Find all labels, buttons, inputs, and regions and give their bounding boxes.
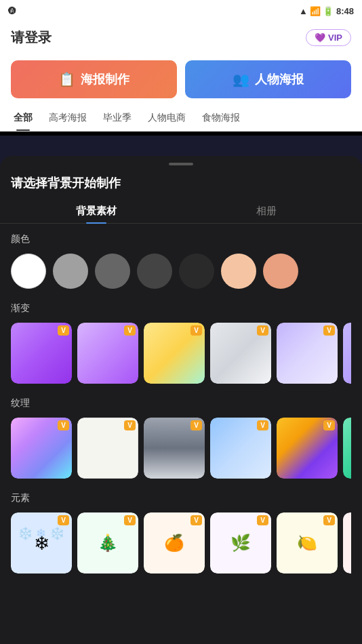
page-title: 请登录	[11, 28, 52, 47]
vip-badge-4: V	[257, 325, 268, 336]
person-label: 人物海报	[255, 71, 304, 87]
vip-badge-t2: V	[124, 420, 136, 430]
bottom-sheet: 请选择背景开始制作 背景素材 相册 颜色 渐变 V V	[0, 156, 362, 644]
color-salmon[interactable]	[263, 254, 298, 289]
vip-badge-t5: V	[323, 420, 335, 430]
texture-section-label: 纹理	[11, 397, 351, 409]
element-item-5[interactable]: 🍋 V	[277, 512, 338, 573]
gradient-section-label: 渐变	[11, 302, 351, 315]
gradient-section: 渐变 V V V V V V	[0, 302, 362, 397]
element-item-2[interactable]: 🎄 V	[77, 512, 138, 573]
element-item-6[interactable]: 🐠 V	[343, 512, 351, 573]
vip-badge-e3: V	[190, 515, 202, 525]
vip-button[interactable]: 💜 VIP	[306, 29, 351, 46]
element-grid: ❄ V 🎄 V 🍊 V 🌿 V 🍋 V 🐠 V	[11, 512, 351, 576]
top-nav: 请登录 💜 VIP	[0, 22, 362, 54]
gradient-item-6[interactable]: V	[343, 323, 351, 384]
color-peach[interactable]	[221, 254, 256, 289]
vip-badge-3: V	[190, 325, 202, 336]
tab-food[interactable]: 食物海报	[194, 105, 248, 131]
tab-background-material[interactable]: 背景素材	[11, 199, 181, 223]
person-icon: 👥	[233, 71, 249, 87]
element-item-1[interactable]: ❄ V	[11, 512, 72, 573]
status-bar: 🅐 ▲ 📶 🔋 8:48	[0, 0, 362, 22]
vip-badge-t1: V	[58, 420, 69, 430]
vip-badge-e5: V	[323, 515, 335, 525]
vip-label: VIP	[328, 33, 342, 43]
battery-icon: 🔋	[323, 6, 334, 16]
tab-graduation[interactable]: 毕业季	[95, 105, 140, 131]
vip-badge-5: V	[323, 325, 335, 336]
texture-item-5[interactable]: V	[277, 418, 338, 479]
gradient-item-1[interactable]: V	[11, 323, 72, 384]
vip-badge-e1: V	[58, 515, 69, 525]
element-section: 元素 ❄ V 🎄 V 🍊 V 🌿 V 🍋 V 🐠	[0, 492, 362, 587]
color-gray4[interactable]	[179, 254, 214, 289]
gradient-item-4[interactable]: V	[210, 323, 271, 384]
poster-label: 海报制作	[81, 71, 129, 87]
person-poster-button[interactable]: 👥 人物海报	[185, 60, 351, 98]
status-app-icon: 🅐	[8, 6, 16, 16]
color-white[interactable]	[11, 254, 46, 289]
element-item-4[interactable]: 🌿 V	[210, 512, 271, 573]
texture-item-3[interactable]: V	[144, 418, 205, 479]
vip-badge-e4: V	[257, 515, 268, 525]
texture-grid: V V V V V V	[11, 418, 351, 481]
poster-icon: 📋	[58, 71, 75, 87]
sheet-tabs: 背景素材 相册	[0, 199, 362, 224]
tab-person-ecommerce[interactable]: 人物电商	[140, 105, 194, 131]
texture-item-2[interactable]: V	[77, 418, 138, 479]
element-section-label: 元素	[11, 492, 351, 504]
status-time: 8:48	[336, 6, 354, 16]
color-section: 颜色	[0, 233, 362, 302]
texture-item-4[interactable]: V	[210, 418, 271, 479]
color-section-label: 颜色	[11, 233, 351, 245]
gradient-item-5[interactable]: V	[277, 323, 338, 384]
vip-heart-icon: 💜	[315, 33, 325, 43]
color-gray3[interactable]	[137, 254, 172, 289]
sheet-handle	[169, 163, 193, 165]
gradient-item-2[interactable]: V	[77, 323, 138, 384]
texture-item-6[interactable]: V	[343, 418, 351, 479]
vip-badge-t4: V	[257, 420, 268, 430]
tab-all[interactable]: 全部	[5, 105, 41, 131]
status-icons: ▲ 📶 🔋	[299, 6, 334, 16]
texture-section: 纹理 V V V V V V	[0, 397, 362, 492]
vip-badge-e2: V	[124, 515, 136, 525]
color-gray2[interactable]	[95, 254, 130, 289]
action-buttons: 📋 海报制作 👥 人物海报	[0, 54, 362, 105]
color-gray1[interactable]	[53, 254, 88, 289]
tab-gaokao[interactable]: 高考海报	[41, 105, 95, 131]
vip-badge-t3: V	[190, 420, 202, 430]
wifi-icon: ▲	[299, 6, 308, 16]
gradient-item-3[interactable]: V	[144, 323, 205, 384]
tab-album[interactable]: 相册	[181, 199, 351, 223]
color-row	[11, 254, 351, 291]
element-item-3[interactable]: 🍊 V	[144, 512, 205, 573]
vip-badge-1: V	[58, 325, 69, 336]
category-tabs: 全部 高考海报 毕业季 人物电商 食物海报	[0, 105, 362, 132]
status-right: ▲ 📶 🔋 8:48	[299, 6, 354, 16]
texture-item-1[interactable]: V	[11, 418, 72, 479]
sheet-title: 请选择背景开始制作	[0, 169, 362, 199]
gradient-grid: V V V V V V	[11, 323, 351, 386]
vip-badge-2: V	[124, 325, 136, 336]
signal-icon: 📶	[310, 6, 321, 16]
poster-button[interactable]: 📋 海报制作	[11, 60, 177, 98]
